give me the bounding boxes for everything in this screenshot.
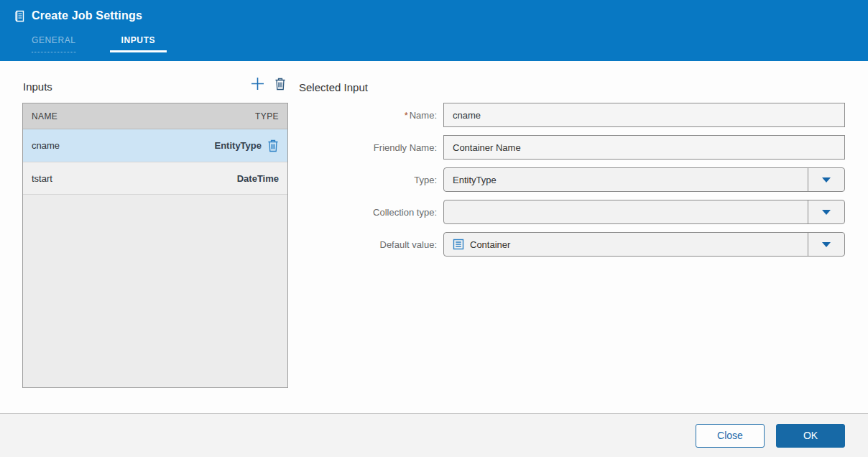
type-dropdown-value: EntityType — [444, 175, 808, 185]
table-header-row: NAME TYPE — [23, 103, 287, 129]
column-header-name: NAME — [32, 111, 57, 121]
selected-input-title: Selected Input — [299, 81, 368, 93]
inputs-toolbar — [250, 76, 286, 93]
row-type-cell: EntityType — [215, 139, 280, 152]
row-delete-icon[interactable] — [267, 139, 279, 152]
friendly-name-input[interactable] — [443, 135, 845, 160]
ok-button[interactable]: OK — [776, 424, 845, 448]
chevron-down-icon[interactable] — [808, 233, 844, 256]
type-label: Type: — [316, 175, 443, 185]
default-value-label: Default value: — [316, 239, 443, 250]
trash-icon — [274, 78, 286, 93]
tab-bar: GENERAL INPUTS — [32, 35, 167, 52]
default-value-dropdown-value: Container — [444, 239, 808, 250]
selected-input-form: *Name: Friendly Name: Type: EntityType C… — [316, 103, 845, 264]
add-input-button[interactable] — [250, 76, 265, 93]
collection-type-label: Collection type: — [316, 207, 443, 218]
inputs-table: NAME TYPE cname EntityType tstart DateTi… — [22, 103, 288, 388]
collection-type-dropdown[interactable] — [443, 200, 845, 224]
tab-inputs[interactable]: INPUTS — [110, 35, 167, 52]
type-dropdown[interactable]: EntityType — [443, 167, 845, 192]
chevron-down-icon[interactable] — [808, 200, 844, 223]
dialog-header: Create Job Settings GENERAL INPUTS — [0, 0, 868, 61]
row-name-cell: tstart — [32, 173, 52, 184]
row-type-cell: DateTime — [237, 173, 279, 184]
row-name-cell: cname — [32, 140, 60, 151]
document-icon — [14, 10, 25, 22]
plus-icon — [250, 76, 265, 93]
tab-general[interactable]: GENERAL — [32, 35, 76, 52]
delete-input-button[interactable] — [274, 78, 286, 93]
dialog-title: Create Job Settings — [32, 9, 142, 22]
name-input[interactable] — [443, 103, 845, 127]
list-icon — [453, 239, 464, 250]
table-empty-area — [23, 195, 287, 387]
chevron-down-icon[interactable] — [808, 168, 844, 191]
required-marker: * — [405, 110, 408, 121]
friendly-name-label: Friendly Name: — [316, 142, 443, 153]
inputs-panel-title: Inputs — [23, 80, 52, 93]
dialog-footer: Close OK — [0, 413, 868, 457]
table-row-tstart[interactable]: tstart DateTime — [23, 162, 287, 195]
table-row-cname[interactable]: cname EntityType — [23, 129, 287, 162]
column-header-type: TYPE — [255, 111, 279, 121]
default-value-dropdown[interactable]: Container — [443, 232, 845, 257]
close-button[interactable]: Close — [696, 424, 765, 448]
name-label: *Name: — [316, 110, 443, 121]
